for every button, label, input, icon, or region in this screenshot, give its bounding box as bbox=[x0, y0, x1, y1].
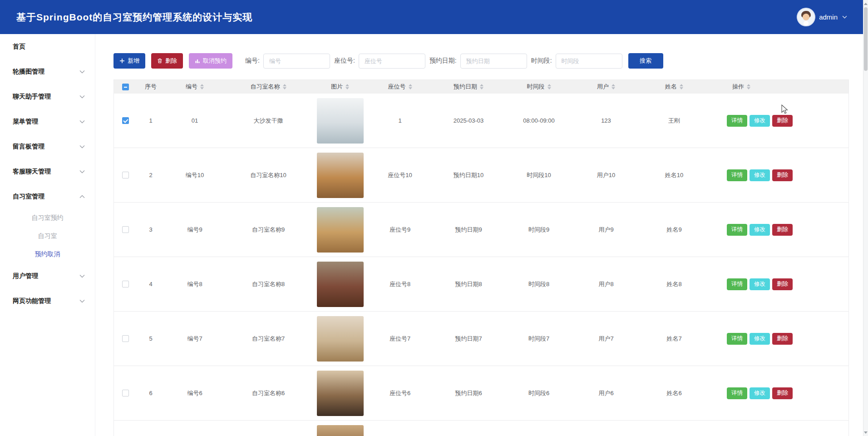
cell-user: 用户7 bbox=[572, 335, 640, 343]
filter-input-座位号[interactable] bbox=[359, 54, 425, 69]
row-edit-button[interactable]: 修改 bbox=[750, 387, 770, 399]
add-button[interactable]: 新增 bbox=[113, 53, 145, 69]
plus-icon bbox=[119, 58, 125, 64]
scrollbar-up-arrow[interactable] bbox=[863, 1, 868, 6]
row-delete-button[interactable]: 删除 bbox=[772, 224, 793, 236]
reading-room-photo[interactable] bbox=[317, 262, 364, 307]
row-delete-button[interactable]: 删除 bbox=[772, 278, 793, 290]
cell-name: 姓名8 bbox=[640, 280, 709, 288]
delete-button[interactable]: 删除 bbox=[151, 53, 183, 69]
sidebar-subitem-自习室[interactable]: 自习室 bbox=[0, 227, 95, 245]
row-checkbox[interactable] bbox=[122, 335, 129, 342]
row-checkbox[interactable] bbox=[122, 172, 129, 178]
chevron-down-icon bbox=[79, 170, 85, 173]
cell-room-name: 自习室名称7 bbox=[225, 335, 312, 343]
page: 基于SpringBoot的自习室预约管理系统的设计与实现 admin 首页 轮播… bbox=[0, 0, 868, 436]
cell-room-name: 大沙发干撒 bbox=[225, 117, 312, 125]
cell-date: 2025-03-03 bbox=[432, 117, 505, 124]
sidebar-item-label: 客服聊天管理 bbox=[13, 168, 79, 176]
row-detail-button[interactable]: 详情 bbox=[727, 224, 747, 236]
search-button[interactable]: 搜索 bbox=[628, 53, 663, 69]
column-header-图片[interactable]: 图片 bbox=[312, 83, 368, 91]
column-header-自习室名称[interactable]: 自习室名称 bbox=[225, 83, 312, 91]
column-header-编号[interactable]: 编号 bbox=[165, 83, 225, 91]
sidebar-item-轮播图管理[interactable]: 轮播图管理 bbox=[0, 59, 95, 84]
row-checkbox[interactable] bbox=[122, 226, 129, 233]
filter-input-预约日期[interactable] bbox=[460, 54, 527, 69]
room-photo-partial[interactable] bbox=[317, 425, 364, 436]
chevron-down-icon bbox=[79, 70, 85, 74]
select-all-checkbox[interactable] bbox=[122, 84, 129, 90]
scrollbar-down-arrow[interactable] bbox=[863, 430, 868, 435]
filter-label: 预约日期: bbox=[429, 57, 457, 65]
row-delete-button[interactable]: 删除 bbox=[772, 115, 793, 127]
mri-room-photo[interactable] bbox=[317, 98, 364, 144]
sidebar-item-首页[interactable]: 首页 bbox=[0, 34, 95, 59]
row-edit-button[interactable]: 修改 bbox=[750, 169, 770, 181]
sort-caret-icon bbox=[612, 84, 615, 89]
cell-image bbox=[312, 371, 368, 416]
cell-time: 时间段6 bbox=[505, 389, 572, 397]
column-header-座位号[interactable]: 座位号 bbox=[368, 83, 432, 91]
cancel-reservation-button[interactable]: 取消预约 bbox=[189, 53, 232, 69]
sidebar-item-自习室管理[interactable]: 自习室管理 bbox=[0, 184, 95, 209]
cell-time: 时间段8 bbox=[505, 280, 572, 288]
sidebar-subitem-预约取消[interactable]: 预约取消 bbox=[0, 245, 95, 263]
row-checkbox[interactable] bbox=[122, 117, 129, 124]
row-edit-button[interactable]: 修改 bbox=[750, 333, 770, 345]
table-row: 6 编号6 自习室名称6 座位号6 预约日期6 时间段6 用户6 姓名6 详情修… bbox=[114, 366, 848, 421]
column-header-操作[interactable]: 操作 bbox=[709, 83, 848, 91]
library-shelf-photo[interactable] bbox=[317, 153, 364, 198]
sidebar-item-用户管理[interactable]: 用户管理 bbox=[0, 263, 95, 288]
cell-user: 用户10 bbox=[572, 171, 640, 179]
user-menu[interactable]: admin bbox=[798, 9, 847, 25]
hallway-photo[interactable] bbox=[317, 371, 364, 416]
classroom-photo[interactable] bbox=[317, 207, 364, 253]
sidebar-item-label: 网页功能管理 bbox=[13, 297, 79, 305]
cell-time: 08:00-09:00 bbox=[505, 117, 572, 124]
sort-caret-icon bbox=[747, 84, 750, 89]
sidebar-item-聊天助手管理[interactable]: 聊天助手管理 bbox=[0, 84, 95, 109]
filter-input-编号[interactable] bbox=[263, 54, 330, 69]
chevron-down-icon bbox=[79, 145, 85, 149]
row-detail-button[interactable]: 详情 bbox=[727, 169, 747, 181]
cell-room-name: 自习室名称10 bbox=[225, 171, 312, 179]
row-checkbox[interactable] bbox=[122, 281, 129, 287]
row-delete-button[interactable]: 删除 bbox=[772, 169, 793, 181]
row-select-cell bbox=[114, 390, 137, 396]
sidebar-subitem-自习室预约[interactable]: 自习室预约 bbox=[0, 209, 95, 227]
cell-actions: 详情修改删除 bbox=[709, 115, 848, 127]
filter-input-时间段[interactable] bbox=[556, 54, 622, 69]
cell-date: 预约日期8 bbox=[432, 280, 505, 288]
table-row: 2 编号10 自习室名称10 座位号10 预约日期10 时间段10 用户10 姓… bbox=[114, 148, 848, 203]
column-header-时间段[interactable]: 时间段 bbox=[505, 83, 572, 91]
row-detail-button[interactable]: 详情 bbox=[727, 278, 747, 290]
row-delete-button[interactable]: 删除 bbox=[772, 333, 793, 345]
row-detail-button[interactable]: 详情 bbox=[727, 387, 747, 399]
cell-actions: 详情修改删除 bbox=[709, 387, 848, 399]
sidebar-item-label: 菜单管理 bbox=[13, 118, 79, 126]
sidebar-item-留言板管理[interactable]: 留言板管理 bbox=[0, 134, 95, 159]
row-detail-button[interactable]: 详情 bbox=[727, 115, 747, 127]
sidebar-item-菜单管理[interactable]: 菜单管理 bbox=[0, 109, 95, 134]
cell-actions: 详情修改删除 bbox=[709, 278, 848, 290]
column-header-预约日期[interactable]: 预约日期 bbox=[432, 83, 505, 91]
sidebar-submenu: 自习室预约自习室预约取消 bbox=[0, 209, 95, 263]
study-room-photo[interactable] bbox=[317, 316, 364, 362]
filter-group: 座位号: bbox=[334, 54, 425, 69]
cell-name: 姓名6 bbox=[640, 389, 709, 397]
sidebar-item-网页功能管理[interactable]: 网页功能管理 bbox=[0, 288, 95, 313]
row-checkbox[interactable] bbox=[122, 390, 129, 396]
chevron-down-icon bbox=[79, 95, 85, 99]
row-delete-button[interactable]: 删除 bbox=[772, 387, 793, 399]
cell-user: 用户6 bbox=[572, 389, 640, 397]
row-edit-button[interactable]: 修改 bbox=[750, 278, 770, 290]
column-header-用户[interactable]: 用户 bbox=[572, 83, 640, 91]
row-detail-button[interactable]: 详情 bbox=[727, 333, 747, 345]
scrollbar-thumb[interactable] bbox=[864, 7, 868, 71]
row-edit-button[interactable]: 修改 bbox=[750, 115, 770, 127]
sidebar-item-客服聊天管理[interactable]: 客服聊天管理 bbox=[0, 159, 95, 184]
cell-actions: 详情修改删除 bbox=[709, 224, 848, 236]
row-edit-button[interactable]: 修改 bbox=[750, 224, 770, 236]
column-header-姓名[interactable]: 姓名 bbox=[640, 83, 709, 91]
